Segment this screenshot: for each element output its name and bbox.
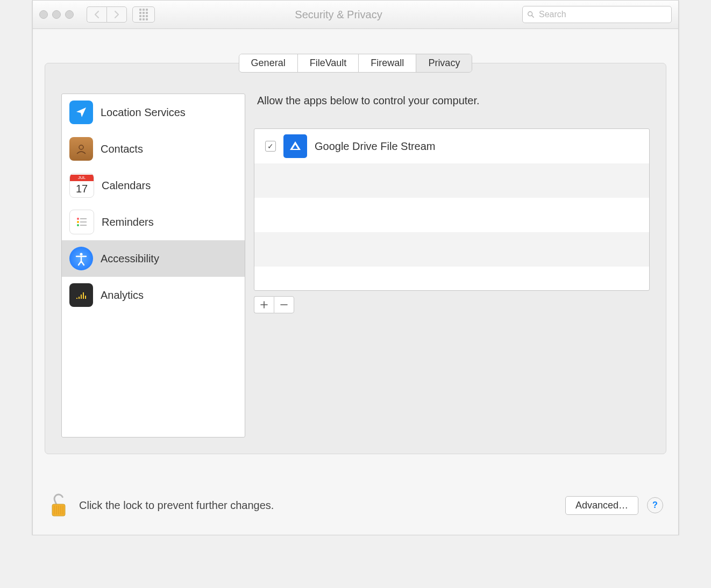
add-remove-controls: [254, 296, 650, 313]
footer: Click the lock to prevent further change…: [33, 476, 678, 535]
sidebar-item-location-services[interactable]: Location Services: [62, 94, 245, 131]
tab-general[interactable]: General: [239, 54, 298, 72]
app-name-label: Google Drive File Stream: [315, 140, 436, 153]
app-row-empty: [254, 232, 649, 267]
calendar-day-label: 17: [76, 181, 88, 196]
app-checkbox[interactable]: [265, 141, 276, 152]
app-row-empty: [254, 198, 649, 232]
svg-point-2: [79, 145, 83, 149]
search-input[interactable]: [538, 9, 667, 20]
add-app-button[interactable]: [254, 296, 274, 313]
minus-icon: [280, 301, 288, 309]
sidebar-item-label: Reminders: [102, 216, 154, 228]
location-icon: [69, 101, 93, 124]
svg-line-1: [532, 16, 534, 18]
sidebar-item-reminders[interactable]: Reminders: [62, 204, 245, 240]
calendar-month-label: JUL: [70, 175, 94, 181]
tabs: General FileVault Firewall Privacy: [45, 54, 666, 73]
svg-rect-10: [76, 298, 77, 299]
lock-text: Click the lock to prevent further change…: [79, 499, 274, 512]
svg-rect-14: [85, 296, 86, 299]
sidebar-item-accessibility[interactable]: Accessibility: [62, 240, 245, 277]
sidebar-item-label: Analytics: [101, 289, 144, 302]
chevron-right-icon: [114, 11, 119, 18]
back-button[interactable]: [87, 6, 106, 23]
titlebar: Security & Privacy: [33, 1, 678, 29]
detail-heading: Allow the apps below to control your com…: [257, 95, 650, 107]
search-field-wrap[interactable]: [522, 6, 672, 23]
chevron-left-icon: [94, 11, 99, 18]
calendar-icon: JUL 17: [69, 173, 94, 198]
sidebar-item-label: Contacts: [101, 143, 143, 155]
sidebar-item-calendars[interactable]: JUL 17 Calendars: [62, 167, 245, 204]
accessibility-icon: [69, 247, 93, 270]
contacts-icon: [69, 137, 93, 161]
svg-point-9: [80, 253, 83, 256]
app-row[interactable]: Google Drive File Stream: [254, 129, 649, 163]
sidebar-item-label: Accessibility: [101, 253, 159, 265]
remove-app-button[interactable]: [274, 296, 294, 313]
tab-privacy[interactable]: Privacy: [416, 54, 472, 72]
tab-filevault[interactable]: FileVault: [298, 54, 359, 72]
sidebar-item-label: Calendars: [102, 180, 151, 192]
lock-icon[interactable]: [48, 491, 69, 519]
reminders-icon: [69, 210, 94, 234]
svg-rect-13: [83, 292, 84, 299]
svg-point-7: [77, 224, 79, 226]
app-list[interactable]: Google Drive File Stream: [254, 128, 650, 291]
show-all-prefs-button[interactable]: [132, 6, 155, 23]
google-drive-icon: [283, 134, 307, 158]
detail-pane: Allow the apps below to control your com…: [254, 94, 650, 438]
plus-icon: [260, 301, 268, 309]
minimize-window[interactable]: [52, 10, 61, 19]
advanced-button[interactable]: Advanced…: [565, 496, 638, 515]
svg-point-3: [77, 218, 79, 220]
close-window[interactable]: [39, 10, 48, 19]
preferences-window: Security & Privacy General FileVault Fir…: [32, 0, 679, 535]
svg-rect-11: [79, 297, 80, 299]
privacy-categories-list[interactable]: Location Services Contacts JUL 17 C: [61, 94, 245, 438]
sidebar-item-contacts[interactable]: Contacts: [62, 131, 245, 167]
analytics-icon: [69, 283, 93, 307]
app-row-empty: [254, 267, 649, 291]
svg-point-5: [77, 221, 79, 223]
privacy-panel: Location Services Contacts JUL 17 C: [45, 63, 666, 454]
sidebar-item-analytics[interactable]: Analytics: [62, 277, 245, 313]
app-row-empty: [254, 163, 649, 198]
svg-rect-12: [81, 295, 82, 299]
forward-button[interactable]: [106, 6, 127, 23]
window-title: Security & Privacy: [155, 9, 522, 21]
help-button[interactable]: ?: [647, 497, 663, 513]
tab-firewall[interactable]: Firewall: [359, 54, 416, 72]
search-icon: [527, 11, 535, 18]
zoom-window[interactable]: [65, 10, 74, 19]
grid-icon: [139, 9, 148, 20]
sidebar-item-label: Location Services: [101, 106, 186, 119]
window-traffic-lights[interactable]: [39, 10, 74, 19]
